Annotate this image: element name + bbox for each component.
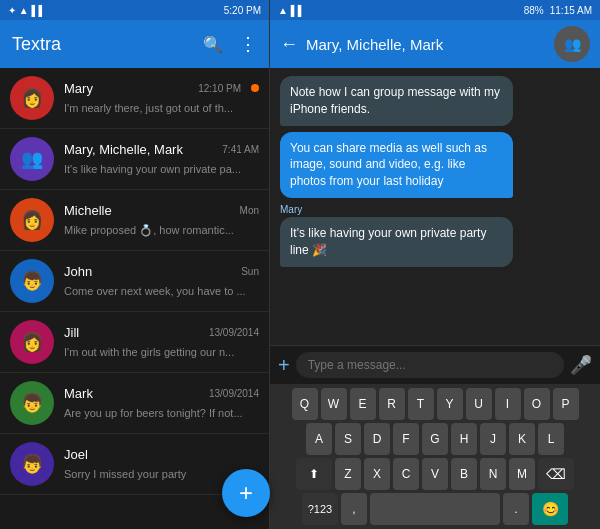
right-status-bar: ▲ ▌▌ 88% 11:15 AM	[270, 0, 600, 20]
message-2-text: You can share media as well such as imag…	[290, 141, 487, 189]
avatar-jill: 👩	[10, 320, 54, 364]
shift-key[interactable]: ⬆	[296, 458, 332, 490]
conv-preview-group: It's like having your own private pa...	[64, 163, 241, 175]
back-button[interactable]: ←	[280, 34, 298, 55]
key-u[interactable]: U	[466, 388, 492, 420]
key-i[interactable]: I	[495, 388, 521, 420]
key-p[interactable]: P	[553, 388, 579, 420]
message-3-sender: Mary	[280, 204, 590, 215]
message-input[interactable]	[296, 352, 564, 378]
key-a[interactable]: A	[306, 423, 332, 455]
conv-preview-joel: Sorry I missed your party	[64, 468, 186, 480]
key-m[interactable]: M	[509, 458, 535, 490]
right-header: ← Mary, Michelle, Mark 👥	[270, 20, 600, 68]
unread-indicator-mary	[251, 84, 259, 92]
conv-content-mark: Mark 13/09/2014 Are you up for beers ton…	[64, 386, 259, 421]
conversation-jill[interactable]: 👩 Jill 13/09/2014 I'm out with the girls…	[0, 312, 269, 373]
chat-title: Mary, Michelle, Mark	[306, 36, 546, 53]
conv-time-group: 7:41 AM	[222, 144, 259, 155]
conversation-list: 👩 Mary 12:10 PM I'm nearly there, just g…	[0, 68, 269, 529]
key-s[interactable]: S	[335, 423, 361, 455]
key-c[interactable]: C	[393, 458, 419, 490]
left-status-icons: ✦ ▲ ▌▌	[8, 5, 46, 16]
message-1: Note how I can group message with my iPh…	[280, 76, 513, 126]
group-avatar: 👥	[554, 26, 590, 62]
key-o[interactable]: O	[524, 388, 550, 420]
keyboard-row-1: Q W E R T Y U I O P	[272, 388, 598, 420]
space-key[interactable]	[370, 493, 500, 525]
key-k[interactable]: K	[509, 423, 535, 455]
emoji-key[interactable]: 😊	[532, 493, 568, 525]
right-time: 11:15 AM	[550, 5, 592, 16]
message-2: You can share media as well such as imag…	[280, 132, 513, 198]
search-icon[interactable]: 🔍	[203, 35, 223, 54]
conv-preview-mary: I'm nearly there, just got out of th...	[64, 102, 233, 114]
key-n[interactable]: N	[480, 458, 506, 490]
keyboard: Q W E R T Y U I O P A S D F G H J K L ⬆ …	[270, 384, 600, 529]
key-b[interactable]: B	[451, 458, 477, 490]
key-d[interactable]: D	[364, 423, 390, 455]
conv-content-group: Mary, Michelle, Mark 7:41 AM It's like h…	[64, 142, 259, 177]
conv-time-michelle: Mon	[240, 205, 259, 216]
keyboard-row-4: ?123 , . 😊	[272, 493, 598, 525]
conv-preview-mark: Are you up for beers tonight? If not...	[64, 407, 243, 419]
conv-preview-jill: I'm out with the girls getting our n...	[64, 346, 234, 358]
left-header: Textra 🔍 ⋮	[0, 20, 269, 68]
avatar-michelle: 👩	[10, 198, 54, 242]
attach-button[interactable]: +	[278, 354, 290, 377]
conv-name-group: Mary, Michelle, Mark	[64, 142, 183, 157]
avatar-mary: 👩	[10, 76, 54, 120]
key-j[interactable]: J	[480, 423, 506, 455]
key-e[interactable]: E	[350, 388, 376, 420]
conv-content-john: John Sun Come over next week, you have t…	[64, 264, 259, 299]
conversation-michelle[interactable]: 👩 Michelle Mon Mike proposed 💍, how roma…	[0, 190, 269, 251]
mic-button[interactable]: 🎤	[570, 354, 592, 376]
left-status-bar: ✦ ▲ ▌▌ 5:20 PM	[0, 0, 269, 20]
conv-preview-john: Come over next week, you have to ...	[64, 285, 246, 297]
key-z[interactable]: Z	[335, 458, 361, 490]
conversation-john[interactable]: 👦 John Sun Come over next week, you have…	[0, 251, 269, 312]
message-3-wrapper: Mary It's like having your own private p…	[280, 204, 590, 267]
comma-key[interactable]: ,	[341, 493, 367, 525]
dot-key[interactable]: .	[503, 493, 529, 525]
key-y[interactable]: Y	[437, 388, 463, 420]
app-title: Textra	[12, 34, 61, 55]
key-h[interactable]: H	[451, 423, 477, 455]
delete-key[interactable]: ⌫	[538, 458, 574, 490]
conv-name-john: John	[64, 264, 92, 279]
header-icons: 🔍 ⋮	[203, 33, 257, 55]
key-g[interactable]: G	[422, 423, 448, 455]
right-status-icons: ▲ ▌▌	[278, 5, 305, 16]
key-f[interactable]: F	[393, 423, 419, 455]
messages-area: Note how I can group message with my iPh…	[270, 68, 600, 345]
right-panel: ▲ ▌▌ 88% 11:15 AM ← Mary, Michelle, Mark…	[270, 0, 600, 529]
key-w[interactable]: W	[321, 388, 347, 420]
input-area: + 🎤	[270, 345, 600, 384]
conv-time-jill: 13/09/2014	[209, 327, 259, 338]
message-3-text: It's like having your own private party …	[290, 226, 486, 257]
compose-fab[interactable]: +	[222, 469, 270, 517]
conversation-mary[interactable]: 👩 Mary 12:10 PM I'm nearly there, just g…	[0, 68, 269, 129]
conv-name-michelle: Michelle	[64, 203, 112, 218]
conversation-mark[interactable]: 👦 Mark 13/09/2014 Are you up for beers t…	[0, 373, 269, 434]
key-q[interactable]: Q	[292, 388, 318, 420]
key-r[interactable]: R	[379, 388, 405, 420]
key-x[interactable]: X	[364, 458, 390, 490]
more-icon[interactable]: ⋮	[239, 33, 257, 55]
conv-preview-michelle: Mike proposed 💍, how romantic...	[64, 224, 234, 236]
conv-content-mary: Mary 12:10 PM I'm nearly there, just got…	[64, 81, 259, 116]
right-battery: 88%	[524, 5, 544, 16]
keyboard-row-3: ⬆ Z X C V B N M ⌫	[272, 458, 598, 490]
avatar-john: 👦	[10, 259, 54, 303]
conv-name-mark: Mark	[64, 386, 93, 401]
numbers-key[interactable]: ?123	[302, 493, 338, 525]
keyboard-row-2: A S D F G H J K L	[272, 423, 598, 455]
conversation-group[interactable]: 👥 Mary, Michelle, Mark 7:41 AM It's like…	[0, 129, 269, 190]
key-t[interactable]: T	[408, 388, 434, 420]
avatar-mark: 👦	[10, 381, 54, 425]
conv-time-john: Sun	[241, 266, 259, 277]
conv-name-jill: Jill	[64, 325, 79, 340]
key-v[interactable]: V	[422, 458, 448, 490]
key-l[interactable]: L	[538, 423, 564, 455]
message-3: It's like having your own private party …	[280, 217, 513, 267]
